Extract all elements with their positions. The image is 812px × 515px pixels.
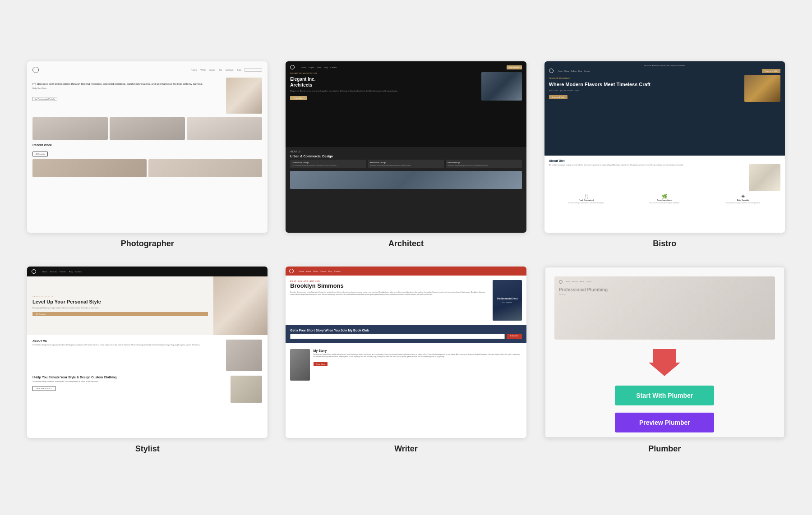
bistro-specials-text: New specials every day made from seasona… xyxy=(706,202,780,204)
bistro-food-text: Our chefs reimagine classic dishes with … xyxy=(549,202,624,204)
architect-top: Home Project Team Blog Contact Get A Quo… xyxy=(286,61,526,147)
bistro-about-title: About Divi xyxy=(549,159,780,162)
nav-link: Home xyxy=(191,69,197,71)
stylist-preview: Home Services Portfolio Blog Contact FAS… xyxy=(27,267,268,438)
writer-signup-form: Subscribe xyxy=(290,334,521,339)
stylist-about-text: ABOUT ME I'm a fashion designer who is p… xyxy=(32,340,222,371)
writer-story: My Story Growing up, I was always the ki… xyxy=(286,345,526,385)
architect-logo xyxy=(290,65,295,69)
photographer-logo xyxy=(32,67,39,73)
bistro-bottom: About Divi We combine innovative cooking… xyxy=(544,156,785,233)
architect-cards: Commercial Design Our commercial designs… xyxy=(290,160,521,168)
plumber-label: Plumber xyxy=(648,444,681,454)
plumber-start-button[interactable]: Start With Plumber xyxy=(615,386,714,405)
photographer-bottom xyxy=(32,159,262,177)
stylist-about: ABOUT ME I'm a fashion designer who is p… xyxy=(27,335,268,376)
stylist-services-btn: VIEW SERVICES → xyxy=(32,386,55,391)
writer-signup: Get a Free Short Story When You Join My … xyxy=(286,325,526,343)
architect-tag: ELEGANT INC. ARCHITECTURE xyxy=(290,72,476,74)
bistro-label: Bistro xyxy=(653,239,676,248)
writer-signup-title: Get a Free Short Story When You Join My … xyxy=(290,329,521,332)
architect-nav-links: Home Project Team Blog Contact xyxy=(301,66,337,69)
photographer-bio: Hello! I'm Olivia xyxy=(32,87,222,91)
plumber-preview-button[interactable]: Preview Plumber xyxy=(615,413,714,432)
writer-story-body: Growing up, I was always the kid with a … xyxy=(314,354,522,359)
stylist-tag: FASHION STYLIST xyxy=(32,295,208,298)
template-card-architect[interactable]: Home Project Team Blog Contact Get A Quo… xyxy=(286,61,526,248)
photographer-profile-btn: My Photography Portfolio xyxy=(32,93,222,101)
template-card-photographer[interactable]: Home Work About Bio Contact Blog I'm obs… xyxy=(27,61,268,248)
stylist-label: Stylist xyxy=(135,444,160,454)
writer-story-image xyxy=(290,349,309,381)
nav-link: Blog xyxy=(237,69,241,71)
writer-story-text: My Story Growing up, I was always the ki… xyxy=(314,349,522,381)
architect-content: ELEGANT INC. ARCHITECTURE Elegant Inc.Ar… xyxy=(290,72,521,101)
writer-story-btn[interactable]: Read More xyxy=(314,362,328,366)
photographer-hero-image xyxy=(226,78,262,114)
bistro-nav: Home Menu Gallery Blog Contact Reserve a… xyxy=(549,69,780,73)
stylist-about-title: ABOUT ME xyxy=(32,340,222,342)
photographer-bottom-img-2 xyxy=(148,159,263,177)
photographer-bottom-img-1 xyxy=(32,159,147,177)
architect-cta-btn: Get A Quote xyxy=(507,65,522,69)
stylist-about-image xyxy=(226,340,262,371)
stylist-hero-sub: I help people looking to style up their … xyxy=(32,307,208,309)
writer-book-image: The Monarch Effect S.B. Simmons xyxy=(493,280,522,321)
plumber-preview: Home Services About Contact Professional… xyxy=(544,267,785,438)
stylist-services-title: I Help You Elevate Your Style & Design C… xyxy=(32,376,227,379)
svg-marker-0 xyxy=(649,349,680,376)
photographer-hero-text: I'm obsessed with telling stories throug… xyxy=(32,78,222,114)
bistro-promo: HALF OFF APPETIZERS FOR FIRST-TIME CUSTO… xyxy=(549,65,780,67)
bistro-about-content: We combine innovative cooking methods wi… xyxy=(549,164,780,191)
arrow-down-svg xyxy=(649,347,680,378)
plumber-nav-overlay: Home Services About Contact Professional… xyxy=(559,280,770,295)
architect-city-image xyxy=(290,171,521,189)
writer-label: Writer xyxy=(394,444,418,454)
bistro-hero-title: Where Modern Flavors Meet Timeless Craft xyxy=(549,81,741,87)
photographer-thumb-1 xyxy=(32,117,108,140)
writer-email-input[interactable] xyxy=(290,334,505,339)
bistro-feature-specials: ✳ Daily Specials New specials every day … xyxy=(706,194,780,204)
photographer-nav: Home Work About Bio Contact Blog xyxy=(32,67,262,73)
template-grid: Home Work About Bio Contact Blog I'm obs… xyxy=(0,43,812,472)
architect-hero-title: Elegant Inc.Architects xyxy=(290,76,476,88)
template-card-bistro[interactable]: HALF OFF APPETIZERS FOR FIRST-TIME CUSTO… xyxy=(544,61,785,248)
photographer-portfolio-btn: All Projects xyxy=(32,152,48,156)
template-card-writer[interactable]: Home About Books Events Blog Contact BES… xyxy=(286,267,526,454)
bistro-bread-image xyxy=(744,75,780,102)
stylist-services: I Help You Elevate Your Style & Design C… xyxy=(32,376,227,403)
stylist-hero-text: FASHION STYLIST Level Up Your Personal S… xyxy=(27,276,213,335)
photographer-grid xyxy=(32,117,262,140)
stylist-about-body: I'm a fashion designer who is passionate… xyxy=(32,344,222,347)
bistro-logo xyxy=(549,69,554,73)
architect-nav: Home Project Team Blog Contact Get A Quo… xyxy=(290,65,521,69)
bistro-features: 🍴 Food Reimagined Our chefs reimagine cl… xyxy=(549,194,780,204)
template-card-stylist[interactable]: Home Services Portfolio Blog Contact FAS… xyxy=(27,267,268,454)
writer-nav-links: Home About Books Events Blog Contact xyxy=(299,270,340,272)
photographer-thumb-2 xyxy=(110,117,185,140)
stylist-hero: FASHION STYLIST Level Up Your Personal S… xyxy=(27,276,268,335)
bistro-ingredients-icon: 🌿 xyxy=(627,194,702,199)
bistro-feature-food: 🍴 Food Reimagined Our chefs reimagine cl… xyxy=(549,194,624,204)
bistro-about-text: We combine innovative cooking methods wi… xyxy=(549,164,745,191)
nav-link: Work xyxy=(200,69,206,71)
bistro-reserve-btn: Reserve a Table xyxy=(762,69,780,73)
architect-about-title: Urban & Commercial Design xyxy=(290,155,521,158)
bistro-food-title: Food Reimagined xyxy=(549,199,624,201)
writer-subscribe-btn[interactable]: Subscribe xyxy=(507,334,522,339)
architect-card-1: Commercial Design Our commercial designs… xyxy=(290,160,366,168)
photographer-search xyxy=(244,68,262,72)
stylist-bottom-image xyxy=(231,376,262,403)
writer-nav: Home About Books Events Blog Contact xyxy=(286,267,526,276)
writer-story-title: My Story xyxy=(314,349,522,352)
bistro-preview: HALF OFF APPETIZERS FOR FIRST-TIME CUSTO… xyxy=(544,61,785,233)
writer-preview: Home About Books Events Blog Contact BES… xyxy=(286,267,526,438)
template-card-plumber[interactable]: Home Services About Contact Professional… xyxy=(544,267,785,454)
writer-author-bio: Brooklyn Simmons is a bestselling author… xyxy=(290,291,489,296)
bistro-tag: OPEN FOR BREAKFAST xyxy=(549,77,741,79)
stylist-bottom: I Help You Elevate Your Style & Design C… xyxy=(27,376,268,407)
bistro-food-icon: 🍴 xyxy=(549,194,624,199)
photographer-hero: I'm obsessed with telling stories throug… xyxy=(32,78,262,114)
bistro-hours: Mon-Fri 8am – 9pm | Sat-Sun 9am – 10pm xyxy=(549,90,741,92)
stylist-services-text: I'm personal styling to redesign the war… xyxy=(32,381,227,383)
